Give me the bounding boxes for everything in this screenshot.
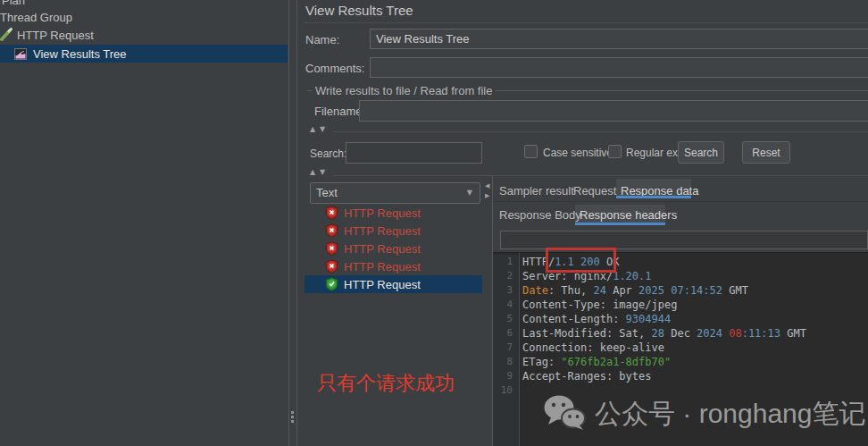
tree-item-plan[interactable]: Plan (2, 0, 25, 8)
tree-item-view-results-tree[interactable]: View Results Tree (0, 45, 288, 63)
line-number: 4 (493, 298, 519, 312)
editor-search-input[interactable] (500, 231, 868, 249)
tree-item-http-request[interactable]: HTTP Request (0, 27, 286, 43)
result-item-4[interactable]: HTTP Request (305, 257, 482, 275)
case-sensitive-label: Case sensitive (543, 147, 613, 159)
splitter-b-line (334, 175, 868, 176)
watermark-text: 公众号 · ronghang笔记 (595, 396, 865, 433)
collapse-up-icon[interactable]: ▲ (310, 126, 315, 133)
divider-left-icon[interactable]: ◀ (485, 182, 489, 189)
tab-sampler-result[interactable]: Sampler result (499, 184, 574, 198)
view-mode-value: Text (316, 186, 338, 199)
tree-item-thread-group[interactable]: Thread Group (0, 11, 72, 25)
code-line: Connection: keep-alive (522, 341, 868, 355)
error-shield-icon (325, 259, 338, 277)
comments-label: Comments: (305, 62, 364, 75)
line-number: 6 (493, 326, 519, 341)
code-line: ETag: "676fb2a1-8dfb70" (522, 355, 868, 369)
success-shield-icon (325, 277, 338, 295)
tree-item-label: HTTP Request (17, 29, 94, 42)
line-number: 8 (493, 355, 519, 369)
search-button[interactable]: Search (678, 141, 724, 164)
divider-right-icon[interactable]: ▶ (485, 192, 489, 199)
line-number: 10 (493, 383, 519, 398)
line-number: 3 (493, 283, 519, 298)
result-item-label: HTTP Request (344, 224, 421, 238)
title-divider (304, 22, 868, 23)
search-input[interactable] (346, 142, 482, 164)
line-number: 7 (493, 341, 519, 355)
code-line: Last-Modified: Sat, 28 Dec 2024 08:11:13… (522, 326, 868, 341)
tab-response-data-underline (616, 196, 691, 198)
page-title: View Results Tree (305, 3, 413, 18)
watermark: 公众号 · ronghang笔记 (543, 394, 865, 433)
result-item-label: HTTP Request (344, 278, 421, 291)
result-item-label: HTTP Request (344, 206, 421, 220)
collapse-down-icon[interactable]: ▼ (320, 126, 325, 133)
code-line: Content-Length: 9304944 (522, 312, 868, 326)
tree-item-label: View Results Tree (33, 47, 127, 61)
error-shield-icon (325, 223, 338, 241)
reset-button[interactable]: Reset (742, 141, 790, 164)
code-line: Accept-Ranges: bytes (522, 369, 868, 383)
code-line: Date: Thu, 24 Apr 2025 07:14:52 GMT (522, 283, 868, 298)
filename-input[interactable] (359, 100, 868, 122)
main-splitter-handle[interactable] (291, 411, 295, 424)
test-plan-tree: Plan Thread Group HTTP Request View Resu… (0, 0, 288, 446)
result-item-1[interactable]: HTTP Request (305, 204, 482, 222)
code-lines: HTTP/1.1 200 OKServer: nginx/1.20.1Date:… (522, 255, 868, 398)
search-label: Search: (310, 147, 346, 160)
tab-response-headers[interactable]: Response headers (580, 208, 677, 222)
view-mode-combobox[interactable]: Text ▼ (310, 182, 480, 204)
error-shield-icon (325, 241, 338, 259)
tab-response-body[interactable]: Response Body (499, 208, 581, 222)
annotation-box (546, 248, 616, 273)
line-number: 1 (493, 255, 519, 269)
gutter-divider (519, 253, 520, 446)
line-number: 2 (493, 269, 519, 283)
splitter-a-line (334, 131, 868, 132)
filename-label: Filename (314, 105, 362, 118)
result-item-5[interactable]: HTTP Request (305, 275, 482, 293)
tab-row-divider (493, 201, 868, 202)
result-item-2[interactable]: HTTP Request (305, 222, 482, 240)
tab-response-headers-underline (575, 223, 665, 225)
name-input[interactable]: View Results Tree (370, 29, 868, 49)
main-splitter-line-left (288, 0, 289, 446)
jmeter-window: Plan Thread Group HTTP Request View Resu… (0, 0, 868, 446)
comments-input[interactable] (370, 57, 868, 78)
results-tree-chart-icon (14, 47, 27, 63)
line-number: 5 (493, 312, 519, 326)
result-item-label: HTTP Request (344, 242, 421, 256)
collapse-down-icon[interactable]: ▼ (320, 169, 325, 176)
annotation-text: 只有个请求成功 (317, 370, 455, 397)
name-label: Name: (305, 33, 339, 46)
line-number: 9 (493, 369, 519, 383)
fieldset-legend: Write results to file / Read from file (312, 84, 496, 97)
wechat-icon (543, 394, 588, 433)
http-sampler-icon (0, 28, 13, 45)
main-splitter-line-right (296, 0, 297, 446)
result-item-3[interactable]: HTTP Request (305, 240, 482, 257)
regular-exp-checkbox[interactable] (608, 145, 622, 158)
case-sensitive-checkbox[interactable] (524, 145, 538, 158)
result-item-label: HTTP Request (344, 260, 421, 273)
collapse-up-icon[interactable]: ▲ (310, 169, 315, 176)
gutter-numbers: 12345678910 (493, 255, 519, 446)
code-line: Content-Type: image/jpeg (522, 298, 868, 312)
error-shield-icon (325, 206, 338, 223)
tab-request[interactable]: Request (573, 184, 616, 198)
chevron-down-icon: ▼ (467, 189, 472, 197)
